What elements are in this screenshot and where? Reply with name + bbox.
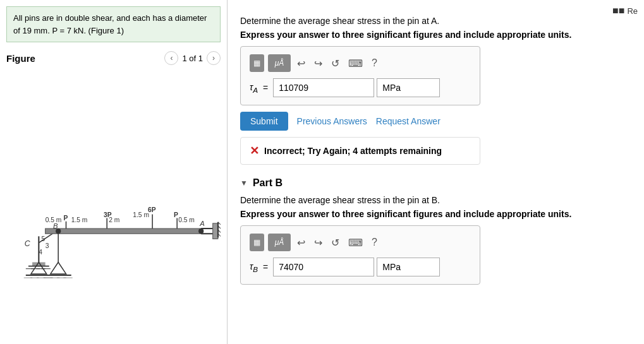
svg-rect-38	[213, 223, 218, 239]
part-b-var-label: τB	[250, 261, 258, 273]
part-b-help-btn[interactable]: ?	[369, 235, 380, 249]
submit-label: Submit	[250, 116, 278, 126]
part-b-answer-box: ▦ μÅ ↩ ↪ ↺ ⌨ ?	[240, 225, 480, 285]
svg-text:P: P	[63, 215, 68, 222]
figure-next-btn[interactable]: ›	[207, 51, 221, 65]
part-b-mu-icon: μÅ	[275, 238, 284, 247]
part-b-keyboard-btn[interactable]: ⌨	[346, 235, 365, 250]
left-panel: All pins are in double shear, and each h…	[0, 0, 228, 344]
part-a-request-answer-link[interactable]: Request Answer	[376, 116, 440, 126]
part-a-equals: =	[263, 83, 268, 93]
request-answer-label: Request Answer	[376, 116, 440, 126]
part-b-refresh-btn[interactable]: ↺	[329, 235, 342, 250]
svg-text:6P: 6P	[148, 206, 156, 213]
part-a-toolbar: ▦ μÅ ↩ ↪ ↺ ⌨ ?	[250, 54, 471, 72]
part-b-matrix-btn[interactable]: ▦	[250, 234, 264, 251]
part-b-section: ▼ Part B Determine the average shear str…	[240, 177, 631, 285]
svg-text:0.5 m: 0.5 m	[178, 216, 195, 223]
part-a-instruction: Express your answer to three significant…	[240, 30, 631, 40]
figure-section: Figure ‹ 1 of 1 ›	[6, 49, 221, 338]
part-b-unit-input[interactable]	[377, 258, 440, 276]
svg-text:C: C	[25, 239, 30, 248]
part-b-matrix-icon: ▦	[253, 238, 260, 247]
keyboard-icon: ⌨	[348, 58, 363, 69]
problem-description: All pins are in double shear, and each h…	[6, 6, 221, 42]
figure-nav: ‹ 1 of 1 ›	[164, 51, 221, 65]
part-a-question-text: Determine the average shear stress in th…	[240, 16, 439, 26]
part-b-redo-btn[interactable]: ↪	[312, 235, 325, 250]
prev-answers-label: Previous Answers	[297, 116, 367, 126]
part-b-instruction-text: Express your answer to three significant…	[240, 209, 571, 219]
part-b-toolbar: ▦ μÅ ↩ ↪ ↺ ⌨ ?	[250, 234, 471, 251]
part-b-question-text: Determine the average shear stress in th…	[240, 195, 440, 205]
svg-text:3: 3	[46, 242, 49, 249]
part-a-section: Determine the average shear stress in th…	[240, 16, 631, 165]
svg-text:A: A	[199, 220, 205, 227]
svg-marker-45	[51, 262, 66, 273]
svg-text:0.5 m: 0.5 m	[46, 216, 62, 223]
redo-icon: ↪	[314, 58, 322, 69]
svg-rect-18	[46, 228, 202, 234]
part-a-var-label: τA	[250, 82, 258, 94]
feedback-text: Incorrect; Try Again; 4 attempts remaini…	[264, 146, 442, 156]
refresh-icon: ↺	[331, 58, 339, 69]
svg-text:1.5 m: 1.5 m	[133, 211, 149, 218]
figure-canvas: C 5 3 4 B 0.5 m P	[6, 70, 221, 338]
help-icon: ?	[372, 57, 377, 68]
part-a-redo-btn[interactable]: ↪	[312, 56, 325, 71]
description-text: All pins are in double shear, and each h…	[13, 13, 207, 35]
part-a-input-row: τA =	[250, 78, 471, 97]
svg-text:4: 4	[39, 249, 42, 256]
x-icon: ✕	[250, 144, 259, 158]
svg-text:P: P	[174, 211, 178, 218]
svg-text:B: B	[53, 222, 58, 230]
part-a-help-btn[interactable]: ?	[369, 56, 380, 70]
part-a-feedback-box: ✕ Incorrect; Try Again; 4 attempts remai…	[240, 137, 480, 165]
undo-icon: ↩	[297, 58, 305, 69]
top-bar-label: Re	[627, 6, 638, 16]
part-b-header: ▼ Part B	[240, 177, 631, 189]
part-a-instruction-text: Express your answer to three significant…	[240, 30, 571, 40]
part-a-matrix-btn[interactable]: ▦	[250, 54, 264, 72]
part-b-instruction: Express your answer to three significant…	[240, 209, 631, 219]
part-a-refresh-btn[interactable]: ↺	[329, 56, 342, 71]
part-a-submit-btn[interactable]: Submit	[240, 112, 288, 131]
svg-text:1.5 m: 1.5 m	[71, 216, 88, 223]
figure-page: 1 of 1	[182, 54, 203, 63]
mu-icon: μÅ	[275, 59, 284, 68]
part-a-answer-input[interactable]	[273, 78, 374, 97]
part-b-equals: =	[263, 262, 268, 272]
part-b-help-icon: ?	[372, 237, 377, 247]
svg-text:5: 5	[41, 235, 45, 242]
svg-text:2 m: 2 m	[109, 216, 119, 223]
part-b-input-row: τB =	[250, 258, 471, 276]
svg-point-34	[198, 228, 204, 234]
part-a-action-row: Submit Previous Answers Request Answer	[240, 112, 631, 131]
part-b-undo-icon: ↩	[297, 237, 305, 248]
matrix-icon: ▦	[253, 59, 260, 68]
part-a-keyboard-btn[interactable]: ⌨	[346, 56, 365, 71]
part-b-undo-btn[interactable]: ↩	[295, 235, 308, 250]
part-a-prev-answers-link[interactable]: Previous Answers	[297, 116, 367, 126]
part-b-answer-input[interactable]	[273, 258, 374, 276]
part-a-answer-box: ▦ μÅ ↩ ↪ ↺ ⌨ ?	[240, 46, 480, 105]
top-bar: ■■ Re	[612, 5, 638, 16]
part-b-keyboard-icon: ⌨	[348, 237, 363, 248]
figure-header: Figure ‹ 1 of 1 ›	[6, 49, 221, 68]
figure-diagram: C 5 3 4 B 0.5 m P	[6, 70, 221, 338]
part-b-refresh-icon: ↺	[331, 237, 339, 248]
part-a-question: Determine the average shear stress in th…	[240, 16, 631, 26]
figure-title: Figure	[6, 53, 35, 64]
part-b-question: Determine the average shear stress in th…	[240, 195, 631, 205]
part-a-unit-input[interactable]	[377, 78, 440, 97]
part-b-mu-btn[interactable]: μÅ	[268, 234, 291, 251]
right-panel: ■■ Re Determine the average shear stress…	[228, 0, 644, 344]
part-b-label: Part B	[253, 177, 283, 189]
part-b-redo-icon: ↪	[314, 237, 322, 248]
part-b-collapse-icon[interactable]: ▼	[240, 179, 248, 187]
part-a-mu-btn[interactable]: μÅ	[268, 54, 291, 72]
figure-prev-btn[interactable]: ‹	[164, 51, 178, 65]
part-a-undo-btn[interactable]: ↩	[295, 56, 308, 71]
